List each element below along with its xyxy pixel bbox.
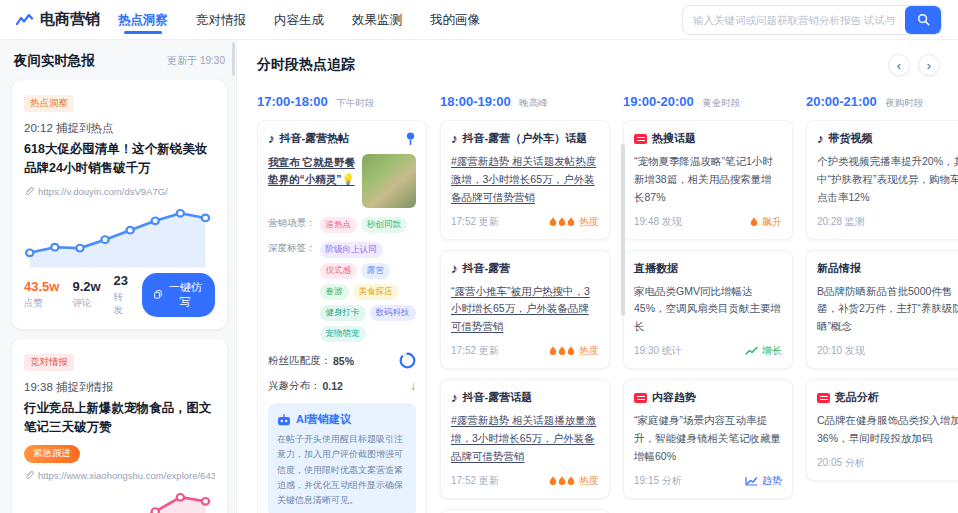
shares-value: 23 [114, 273, 130, 288]
tab-content-generation[interactable]: 内容生成 [272, 0, 326, 40]
card-text-link[interactable]: #露营新趋势 相关话题发帖热度激增，3小时增长65万，户外装备品牌可借势营销 [451, 153, 599, 207]
flame-icon [558, 217, 566, 227]
growth-label: 增长 [762, 344, 782, 358]
fan-match-value: 85% [333, 355, 354, 367]
xiaohongshu-icon [634, 134, 647, 144]
search-input[interactable] [683, 14, 905, 26]
one-click-copy-button[interactable]: 一键仿写 [142, 273, 215, 317]
depth-tag[interactable]: 春游 [320, 284, 349, 300]
trend-indicator: 趋势 [745, 474, 782, 488]
depth-tag[interactable]: 健身打卡 [320, 305, 366, 321]
heat-indicator: 飙升 [750, 215, 782, 229]
card-source: 抖音-露营（户外车）话题 [463, 131, 588, 146]
flame-icon [558, 346, 566, 356]
app-title: 电商营销 [40, 10, 100, 29]
heat-label: 热度 [579, 215, 599, 229]
douyin-icon: ♪ [451, 391, 458, 404]
source-link[interactable]: https://v.douyin.com/dsV9A7G/ [24, 186, 215, 197]
prev-page-button[interactable]: ‹ [888, 54, 910, 76]
source-url: https://www.xiaohongshu.com/explore/643.… [38, 470, 215, 481]
flame-icon [567, 217, 575, 227]
source-link[interactable]: https://www.xiaohongshu.com/explore/643.… [24, 470, 215, 481]
fan-match-label: 粉丝匹配度： [268, 354, 331, 368]
interest-label: 兴趣分布： [268, 379, 321, 393]
alert-card-competitor: 竞对情报 19:38 捕捉到情报 行业竞品上新爆款宠物食品，图文笔记三天破万赞 … [12, 339, 227, 513]
hotspot-card: ♪抖音热门视频 “办公室自制夏日冷饮”视频爆火，相关器材淘宝搜索量增幅日均3倍 … [440, 509, 610, 513]
hotspot-card: 热搜话题 “宠物夏季降温攻略”笔记1小时新增38篇，相关用品搜索量增长87% 1… [623, 120, 793, 240]
next-page-button[interactable]: › [918, 54, 940, 76]
depth-tag[interactable]: 数码科技 [370, 305, 416, 321]
paperclip-icon [24, 470, 34, 480]
app-logo[interactable]: 电商营销 [16, 10, 100, 29]
column-scrollbar[interactable] [621, 144, 625, 316]
trend-up-icon [745, 346, 758, 356]
card-source: 带货视频 [829, 131, 873, 146]
shares-stat: 23 转发 [114, 273, 130, 317]
depth-tag[interactable]: 阶级向上认同 [320, 242, 383, 258]
scene-tag[interactable]: 追热点 [320, 217, 358, 233]
hotspot-badge: 热点洞察 [24, 95, 74, 112]
card-source: 抖音-露营话题 [463, 390, 533, 405]
hotspot-card: ♪抖音-露营话题 #露营新趋势 相关话题播放量激增，3小时增长65万，户外装备品… [440, 379, 610, 499]
likes-label: 点赞 [24, 297, 59, 310]
pin-icon[interactable] [405, 132, 416, 146]
column-17-18: 17:00-18:00 下午时段 ♪ 抖音-露营热帖 我宣布 它就是野餐垫界的“… [257, 92, 427, 513]
heat-label: 飙升 [762, 215, 782, 229]
urgent-follow-tag: 紧急跟进 [24, 445, 80, 463]
depth-tag[interactable]: 仪式感 [320, 263, 358, 279]
card-source: 直播数据 [634, 261, 678, 276]
nav-tabs: 热点洞察 竞对情报 内容生成 效果监测 我的画像 [116, 0, 482, 40]
sidebar-scrollbar[interactable] [232, 42, 235, 76]
tab-hotspot-insight[interactable]: 热点洞察 [116, 0, 170, 40]
column-18-19: 18:00-19:00 晚高峰 ♪抖音-露营（户外车）话题 #露营新趋势 相关话… [440, 92, 610, 513]
column-label: 夜购时段 [885, 97, 923, 108]
heat-label: 热度 [579, 344, 599, 358]
column-time: 17:00-18:00 [257, 94, 328, 109]
arrow-down-icon: ↓ [410, 379, 416, 393]
xiaohongshu-icon [817, 393, 830, 403]
card-text-link[interactable]: #露营新趋势 相关话题播放量激增，3小时增长65万，户外装备品牌可借势营销 [451, 412, 599, 466]
search-button[interactable] [905, 6, 941, 34]
flame-icon [567, 476, 575, 486]
depth-tag[interactable]: 美食探店 [353, 284, 399, 300]
heat-indicator: 热度 [549, 474, 599, 488]
flame-icon [558, 476, 566, 486]
depth-label: 深度标签： [268, 242, 316, 342]
trend-label: 趋势 [762, 474, 782, 488]
update-time: 17:52 更新 [451, 344, 499, 358]
douyin-icon: ♪ [451, 262, 458, 275]
app-window: 电商营销 热点洞察 竞对情报 内容生成 效果监测 我的画像 夜间实时急报 更新于… [0, 0, 958, 513]
column-label: 晚高峰 [519, 97, 548, 108]
found-time: 20:10 发现 [817, 344, 865, 358]
tab-effect-monitor[interactable]: 效果监测 [350, 0, 404, 40]
comments-stat: 9.2w 评论 [72, 279, 100, 310]
trend-sparkline-chart [24, 485, 215, 513]
top-nav: 电商营销 热点洞察 竞对情报 内容生成 效果监测 我的画像 [0, 0, 958, 40]
progress-ring-icon [399, 352, 416, 369]
monitor-time: 20:28 监测 [817, 215, 865, 229]
hotspot-card: ♪抖音-露营（户外车）话题 #露营新趋势 相关话题发帖热度激增，3小时增长65万… [440, 120, 610, 240]
post-title-link[interactable]: 我宣布 它就是野餐垫界的“小精灵”💡 [268, 154, 356, 208]
depth-tag[interactable]: 宠物萌宠 [320, 326, 366, 342]
scene-tag[interactable]: 秒创同款 [361, 217, 407, 233]
hotspot-card: ♪带货视频 个护类视频完播率提升20%，其中“护肤教程”表现优异，购物车点击率1… [806, 120, 958, 240]
douyin-icon: ♪ [451, 132, 458, 145]
likes-stat: 43.5w 点赞 [24, 279, 59, 310]
heat-indicator: 热度 [549, 215, 599, 229]
timeslot-columns: 17:00-18:00 下午时段 ♪ 抖音-露营热帖 我宣布 它就是野餐垫界的“… [257, 92, 958, 513]
card-text-link[interactable]: “露营小推车”被用户热搜中，3小时增长65万，户外装备品牌可借势营销 [451, 283, 599, 337]
tab-competitor-intel[interactable]: 竞对情报 [194, 0, 248, 40]
ai-suggestion-box: AI营销建议 在帖子开头使用醒目标题吸引注意力，加入用户评价截图增强可信度，使用… [268, 403, 416, 513]
trend-sparkline-chart [24, 201, 215, 271]
sidebar-updated-time: 更新于 19:30 [167, 54, 225, 68]
competitor-badge: 竞对情报 [24, 354, 74, 371]
card-text: B品牌防晒新品首批5000件售罄，补货2万件，主打“养肤级防晒”概念 [817, 283, 958, 337]
capture-time: 19:38 捕捉到情报 [24, 380, 215, 395]
depth-tag[interactable]: 露营 [361, 263, 390, 279]
heat-label: 热度 [579, 474, 599, 488]
column-label: 下午时段 [336, 97, 374, 108]
pulse-logo-icon [16, 13, 34, 27]
ai-suggestion-text: 在帖子开头使用醒目标题吸引注意力，加入用户评价截图增强可信度，使用限时优惠文案营… [277, 432, 407, 508]
shares-label: 转发 [114, 291, 130, 317]
tab-my-profile[interactable]: 我的画像 [428, 0, 482, 40]
